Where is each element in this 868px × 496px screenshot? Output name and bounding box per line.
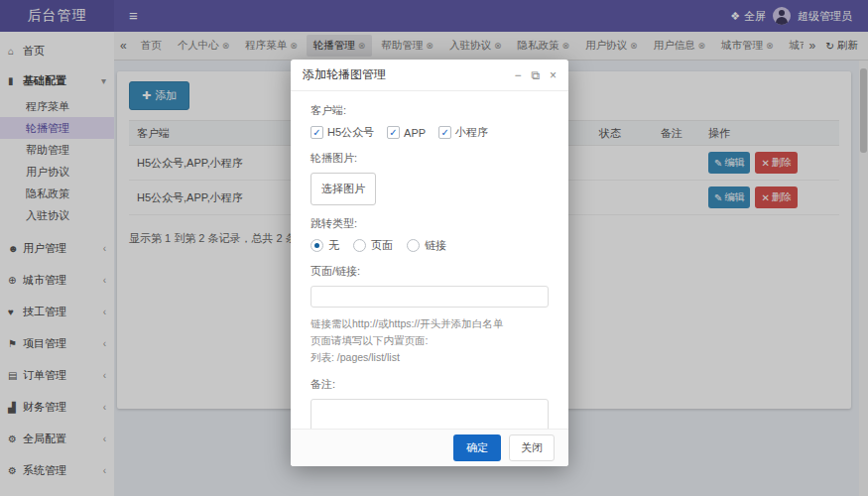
- image-label: 轮播图片:: [310, 151, 549, 166]
- modal-title: 添加轮播图管理: [303, 66, 386, 83]
- modal-header: 添加轮播图管理 − ⧉ ×: [291, 60, 568, 91]
- confirm-button[interactable]: 确定: [453, 434, 501, 461]
- checkbox-app[interactable]: ✓ APP: [387, 126, 426, 139]
- radio-none[interactable]: 无: [310, 238, 339, 253]
- jump-type-label: 跳转类型:: [310, 216, 549, 231]
- remark-textarea[interactable]: [310, 399, 549, 429]
- minimize-icon[interactable]: −: [514, 68, 521, 82]
- add-carousel-modal: 添加轮播图管理 − ⧉ × 客户端: ✓ H5公众号 ✓ APP ✓ 小程序 轮…: [291, 60, 568, 466]
- radio-page[interactable]: 页面: [353, 238, 393, 253]
- client-checkbox-group: ✓ H5公众号 ✓ APP ✓ 小程序: [310, 125, 549, 140]
- checkbox-miniprogram[interactable]: ✓ 小程序: [438, 125, 488, 140]
- jump-type-radio-group: 无 页面 链接: [310, 238, 549, 253]
- page-link-label: 页面/链接:: [310, 264, 549, 279]
- radio-unselected-icon: [353, 239, 366, 252]
- checkbox-checked-icon: ✓: [438, 126, 451, 139]
- radio-unselected-icon: [407, 239, 420, 252]
- choose-image-button[interactable]: 选择图片: [310, 173, 376, 205]
- form-tips: 链接需以http://或https://开头并添加白名单 页面请填写以下内置页面…: [310, 315, 549, 366]
- tip-list-path: 列表: /pages/list/list: [310, 349, 549, 366]
- checkbox-checked-icon: ✓: [310, 126, 323, 139]
- close-button[interactable]: 关闭: [509, 434, 555, 461]
- maximize-icon[interactable]: ⧉: [531, 68, 540, 82]
- checkbox-h5[interactable]: ✓ H5公众号: [310, 125, 374, 140]
- tip-builtin-pages: 页面请填写以下内置页面:: [310, 332, 549, 349]
- remark-label: 备注:: [310, 377, 549, 392]
- modal-body: 客户端: ✓ H5公众号 ✓ APP ✓ 小程序 轮播图片: 选择图片 跳转类型…: [291, 91, 568, 429]
- tip-link-prefix: 链接需以http://或https://开头并添加白名单: [310, 315, 549, 332]
- radio-link[interactable]: 链接: [407, 238, 446, 253]
- close-icon[interactable]: ×: [550, 68, 557, 82]
- checkbox-checked-icon: ✓: [387, 126, 400, 139]
- modal-footer: 确定 关闭: [291, 429, 568, 466]
- page-link-input[interactable]: [310, 286, 549, 308]
- client-label: 客户端:: [310, 103, 549, 118]
- radio-selected-icon: [310, 239, 323, 252]
